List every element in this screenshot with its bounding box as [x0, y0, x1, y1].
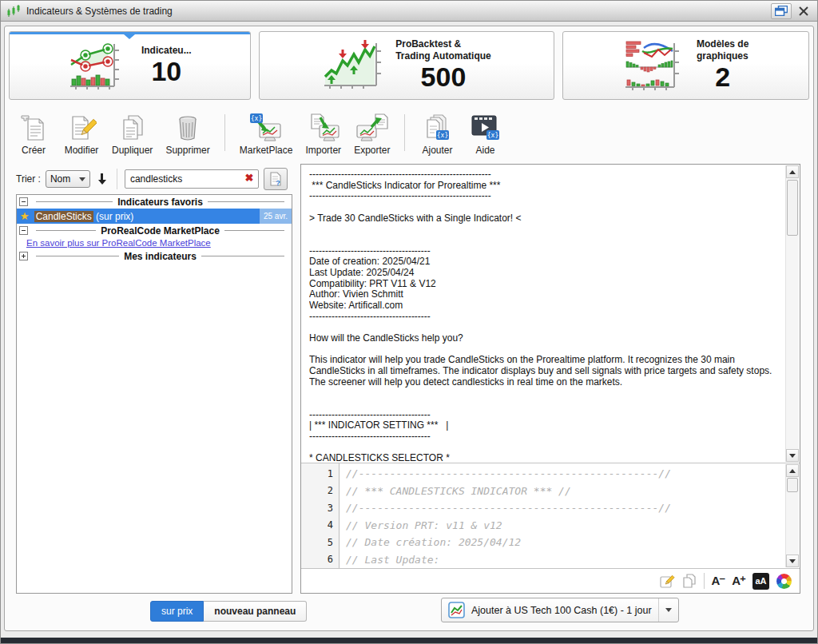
font-style-button[interactable]: aA: [752, 573, 769, 590]
indicator-list: Indicateurs favoris CandleSticks (sur pr…: [16, 194, 292, 594]
tab-count: 2: [715, 62, 730, 92]
scrollbar-thumb[interactable]: [787, 180, 798, 236]
trash-icon: [173, 113, 203, 143]
toolbar-label: Ajouter: [422, 145, 452, 156]
code-line[interactable]: 2// *** CANDLESTICKS INDICATOR *** //: [301, 483, 785, 500]
scroll-down-button[interactable]: [786, 555, 799, 567]
restore-window-icon: [775, 6, 788, 16]
toolbar-label: MarketPlace: [240, 145, 293, 156]
sort-select[interactable]: Nom: [46, 170, 90, 188]
svg-text:?: ?: [276, 179, 280, 186]
duplicate-button[interactable]: Dupliquer: [112, 113, 153, 156]
scroll-up-button[interactable]: [786, 464, 799, 477]
chevron-down-icon: [658, 598, 672, 622]
code-text: // Version PRT: v11 & v12: [340, 519, 502, 531]
tab-label: ProBacktest & Trading Automatique: [395, 38, 491, 62]
line-number: 2: [301, 485, 340, 496]
code-text: // Date création: 2025/04/12: [340, 536, 521, 548]
marketplace-button[interactable]: {x} MarketPlace: [240, 113, 293, 156]
modify-button[interactable]: Modifier: [64, 113, 99, 156]
restore-window-button[interactable]: [771, 3, 792, 19]
indicators-chart-icon: [68, 41, 129, 90]
group-header-marketplace: ProRealCode MarketPlace: [17, 224, 292, 237]
description-scrollbar[interactable]: [785, 165, 799, 462]
clear-search-icon[interactable]: [243, 172, 256, 185]
code-text: //--------------------------------------…: [340, 502, 671, 514]
document-question-icon: ?: [268, 172, 283, 186]
search-input[interactable]: [125, 169, 259, 189]
create-button[interactable]: Créer: [16, 113, 51, 156]
code-line[interactable]: 5// Date création: 2025/04/12: [301, 534, 785, 551]
scrollbar-thumb[interactable]: [787, 478, 798, 492]
line-number: 6: [301, 554, 340, 565]
indicator-list-panel: Trier : Nom: [16, 164, 292, 594]
collapse-icon[interactable]: [19, 226, 28, 235]
tab-card-indicators[interactable]: Indicateu... 10: [9, 31, 251, 100]
tab-count: 500: [421, 62, 467, 92]
toolbar-label: Importer: [305, 145, 341, 156]
help-video-button[interactable]: {x} Aide: [467, 113, 502, 156]
group-label: Mes indicateurs: [124, 251, 197, 262]
increase-font-button[interactable]: A⁺: [732, 574, 745, 588]
add-to-chart-dropdown[interactable]: Ajouter à US Tech 100 Cash (1€) - 1 jour: [441, 598, 679, 622]
scroll-down-button[interactable]: [786, 449, 799, 462]
export-button[interactable]: Exporter: [354, 113, 390, 156]
scroll-up-button[interactable]: [786, 165, 799, 178]
toolbar-label: Modifier: [65, 145, 99, 156]
code-editor[interactable]: 1//-------------------------------------…: [301, 463, 800, 569]
close-button[interactable]: [795, 3, 812, 19]
tab-label: Modèles de graphiques: [697, 38, 749, 62]
candlestick-app-icon: [6, 4, 22, 18]
expand-icon[interactable]: [19, 252, 28, 260]
color-wheel-icon: [776, 574, 792, 589]
search-help-button[interactable]: ?: [264, 168, 288, 190]
marketplace-link[interactable]: En savoir plus sur ProRealCode MarketPla…: [17, 237, 292, 249]
line-number: 3: [301, 503, 340, 514]
code-line[interactable]: 3//-------------------------------------…: [301, 499, 785, 517]
display-target-toggle: sur prix nouveau panneau: [150, 601, 307, 622]
on-price-toggle[interactable]: sur prix: [150, 601, 204, 622]
tab-card-probacktest[interactable]: ProBacktest & Trading Automatique 500: [259, 31, 555, 100]
code-line[interactable]: 4// Version PRT: v11 & v12: [301, 517, 785, 535]
create-document-icon: [18, 113, 49, 143]
delete-button[interactable]: Supprimer: [165, 113, 209, 156]
add-button[interactable]: {x} Ajouter: [419, 113, 455, 156]
mini-chart-icon: [448, 602, 465, 618]
copy-icon: [682, 574, 697, 589]
toolbar-separator: [404, 114, 405, 151]
export-icon: [355, 113, 389, 143]
toolbar-label: Aide: [475, 145, 494, 156]
titlebar[interactable]: Indicateurs & Systèmes de trading: [1, 1, 817, 22]
controls-separator: [117, 169, 117, 189]
sort-direction-button[interactable]: [95, 170, 109, 188]
window-title: Indicateurs & Systèmes de trading: [26, 6, 173, 17]
import-icon: [307, 113, 340, 143]
category-tabs: Indicateu... 10: [5, 26, 813, 105]
copy-code-button[interactable]: [682, 574, 697, 589]
edit-document-icon: [66, 113, 97, 143]
code-text: // Last Update:: [340, 554, 439, 566]
edit-code-button[interactable]: [660, 574, 675, 589]
code-line[interactable]: 6// Last Update:: [301, 551, 785, 569]
tab-card-templates[interactable]: Modèles de graphiques 2: [562, 31, 809, 100]
decrease-font-button[interactable]: A⁻: [712, 574, 725, 588]
editor-scrollbar[interactable]: [785, 464, 799, 567]
collapse-icon[interactable]: [19, 197, 28, 206]
item-date-badge: 25 avr.: [260, 209, 292, 224]
editor-toolbar: A⁻ A⁺ aA: [301, 569, 800, 593]
indicators-window: Indicateurs & Systèmes de trading: [0, 0, 818, 644]
line-number: 4: [301, 519, 340, 531]
toolbar-separator: [704, 573, 705, 589]
add-code-icon: {x}: [421, 113, 453, 143]
sort-select-value: Nom: [50, 173, 70, 185]
duplicate-document-icon: [117, 113, 148, 143]
new-panel-toggle[interactable]: nouveau panneau: [204, 601, 307, 622]
code-line[interactable]: 1//-------------------------------------…: [301, 465, 785, 483]
line-number: 5: [301, 537, 340, 548]
svg-text:{x}: {x}: [437, 132, 448, 139]
import-button[interactable]: Importer: [305, 113, 341, 156]
color-settings-button[interactable]: [776, 574, 792, 589]
list-item-candlesticks[interactable]: CandleSticks (sur prix) 25 avr.: [17, 209, 292, 224]
favorite-star-icon[interactable]: [20, 210, 30, 222]
toolbar-separator: [224, 114, 225, 151]
